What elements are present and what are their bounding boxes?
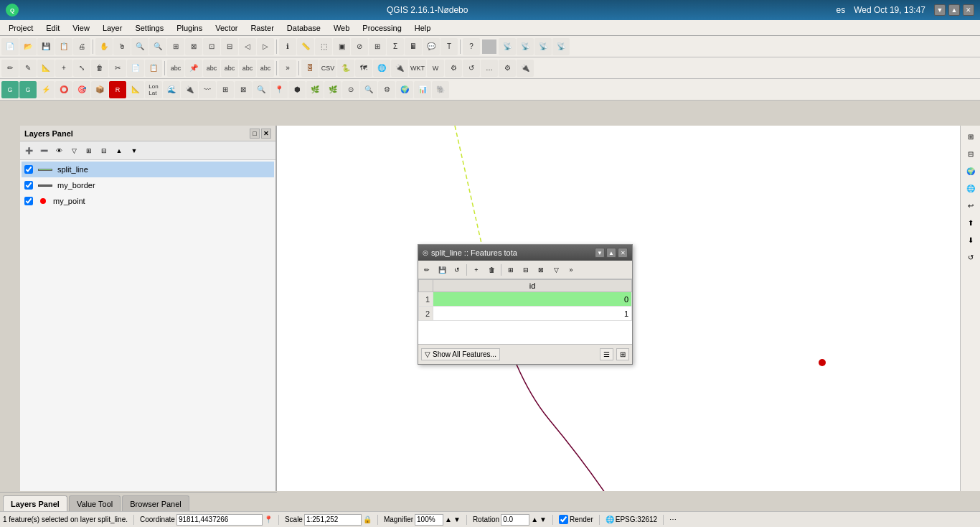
layers-add-btn[interactable]: ➕ (22, 144, 36, 158)
csv-btn[interactable]: CSV (319, 60, 336, 77)
open-table-btn[interactable]: ⊞ (369, 38, 386, 55)
right-btn-8[interactable]: ↺ (963, 249, 979, 265)
attr-table-row-1[interactable]: 1 0 (419, 292, 632, 307)
layers-filter-btn[interactable]: ▽ (67, 144, 81, 158)
plugin2-btn[interactable]: 🔌 (517, 60, 534, 77)
edit-pencil-btn[interactable]: ✏ (1, 60, 19, 77)
deselect-btn[interactable]: ⊘ (351, 38, 368, 55)
pin-label-btn[interactable]: 📌 (185, 60, 202, 77)
layers-collapse-btn[interactable]: ⊟ (97, 144, 111, 158)
digitize-btn[interactable]: 📐 (37, 60, 55, 77)
gps3-btn[interactable]: 📡 (534, 38, 552, 55)
plugin9-btn[interactable]: 🌊 (163, 81, 180, 98)
restore-button[interactable]: ▲ (948, 4, 960, 16)
menu-help[interactable]: Help (409, 22, 437, 34)
attr-cell-id-1[interactable]: 0 (433, 292, 632, 307)
layer-checkbox-my-point[interactable] (24, 197, 33, 205)
menu-view[interactable]: View (67, 22, 95, 34)
scale-input[interactable] (304, 514, 362, 526)
move-feature-btn[interactable]: ⤡ (73, 60, 90, 77)
menu-database[interactable]: Database (281, 22, 326, 34)
menu-layer[interactable]: Layer (97, 22, 128, 34)
plugin13-btn[interactable]: ⊠ (235, 81, 252, 98)
tab-layers-panel[interactable]: Layers Panel (3, 495, 67, 511)
attr-cond-format-btn[interactable]: ⊟ (519, 263, 533, 277)
tab-value-tool[interactable]: Value Tool (69, 495, 121, 511)
form-view-btn[interactable]: ⊞ (616, 348, 629, 360)
attr-add-row-btn[interactable]: + (469, 263, 484, 277)
layer-checkbox-split-line[interactable] (24, 165, 33, 174)
zoom-out-btn[interactable]: 🔍 (149, 38, 166, 55)
status-more-btn[interactable]: ⋯ (669, 516, 677, 523)
right-btn-5[interactable]: ↩ (963, 197, 979, 213)
grass2-btn[interactable]: G (19, 81, 37, 98)
georef-btn[interactable]: 🗺 (355, 60, 372, 77)
field-calc-btn[interactable]: 🖩 (405, 38, 422, 55)
menu-web[interactable]: Web (328, 22, 355, 34)
pan-map-btn[interactable]: 🖱 (113, 38, 131, 55)
attr-table-close-btn[interactable]: ✕ (618, 248, 628, 258)
minimize-button[interactable]: ▼ (934, 4, 946, 16)
move-label-btn[interactable]: abc (221, 60, 238, 77)
plugin15-btn[interactable]: ⬢ (288, 81, 306, 98)
right-btn-4[interactable]: 🌐 (963, 180, 979, 196)
db-manager-btn[interactable]: 🗄 (301, 60, 319, 77)
help-btn[interactable]: ? (463, 38, 480, 55)
menu-project[interactable]: Project (3, 22, 39, 34)
layer-item-my-border[interactable]: my_border (22, 177, 274, 193)
annotations-btn[interactable]: 💬 (423, 38, 440, 55)
menu-settings[interactable]: Settings (129, 22, 169, 34)
measure-btn[interactable]: 📏 (297, 38, 314, 55)
edit-node-btn[interactable]: ✎ (19, 60, 37, 77)
attr-table-minimize-btn[interactable]: ▼ (595, 248, 605, 258)
select-btn[interactable]: ⬚ (315, 38, 332, 55)
plugin4-btn[interactable]: ⭕ (55, 81, 72, 98)
plugin7-btn[interactable]: R (109, 81, 126, 98)
settings2-btn[interactable]: ⚙ (499, 60, 516, 77)
plugin16-btn[interactable]: 🌿 (306, 81, 324, 98)
new-project-btn[interactable]: 📄 (1, 38, 19, 55)
plugin10-btn[interactable]: 🔌 (181, 81, 198, 98)
layers-down-btn[interactable]: ▼ (127, 144, 141, 158)
right-btn-2[interactable]: ⊟ (963, 146, 979, 162)
attr-table-row-2[interactable]: 2 1 (419, 307, 632, 321)
plugin19-btn[interactable]: 🔍 (360, 81, 377, 98)
coordinate-input[interactable] (176, 514, 263, 526)
menu-vector[interactable]: Vector (209, 22, 243, 34)
zoom-last-btn[interactable]: ◁ (239, 38, 256, 55)
plugin23-btn[interactable]: 🐘 (432, 81, 449, 98)
attr-field-calc-btn[interactable]: ⊞ (504, 263, 518, 277)
plugin14-btn[interactable]: 📍 (270, 81, 288, 98)
plugin18-btn[interactable]: ⊙ (342, 81, 359, 98)
long-lat-btn[interactable]: LonLat (145, 81, 162, 98)
attr-reload-btn[interactable]: ↺ (450, 263, 464, 277)
layer-checkbox-my-border[interactable] (24, 181, 33, 190)
attr-delete-row-btn[interactable]: 🗑 (484, 263, 499, 277)
menu-plugins[interactable]: Plugins (171, 22, 208, 34)
plugin12-btn[interactable]: ⊞ (217, 81, 234, 98)
close-button[interactable]: ✕ (963, 4, 974, 16)
layers-up-btn[interactable]: ▲ (112, 144, 126, 158)
right-btn-3[interactable]: 🌍 (963, 163, 979, 179)
layer-item-my-point[interactable]: my_point (22, 193, 274, 209)
menu-edit[interactable]: Edit (40, 22, 65, 34)
layer-item-split-line[interactable]: split_line (22, 162, 274, 177)
more2-btn[interactable]: … (481, 60, 498, 77)
web-btn[interactable]: 🌐 (373, 60, 390, 77)
panel-close-btn[interactable]: ✕ (261, 129, 271, 139)
search-btn[interactable]: 🔍 (253, 81, 270, 98)
attr-cell-id-2[interactable]: 1 (433, 307, 632, 321)
zoom-full-btn[interactable]: ⊠ (185, 38, 202, 55)
change-label-btn[interactable]: abc (257, 60, 274, 77)
plugin21-btn[interactable]: 🌍 (396, 81, 413, 98)
print-btn[interactable]: 🖨 (73, 38, 90, 55)
identify-btn[interactable]: ℹ (279, 38, 296, 55)
gps-btn[interactable]: 📡 (499, 38, 516, 55)
attr-save-btn[interactable]: 💾 (435, 263, 449, 277)
layers-remove-btn[interactable]: ➖ (37, 144, 51, 158)
plugin6-btn[interactable]: 📦 (91, 81, 108, 98)
plugin17-btn[interactable]: 🌿 (324, 81, 341, 98)
layers-expand-btn[interactable]: ⊞ (82, 144, 96, 158)
right-btn-6[interactable]: ⬆ (963, 215, 979, 230)
open-project-btn[interactable]: 📂 (19, 38, 37, 55)
